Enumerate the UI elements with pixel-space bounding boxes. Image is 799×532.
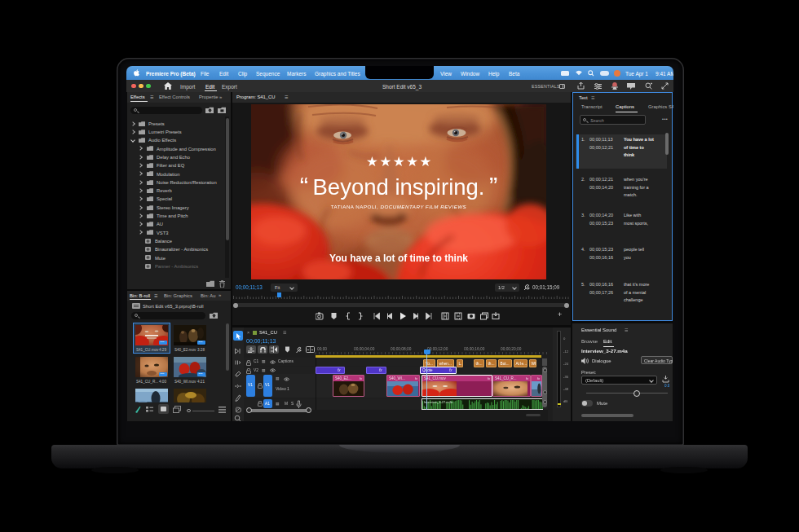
svg-text:★★★★★: ★★★★★ xyxy=(366,154,433,169)
svg-text:“ Beyond inspiring. ”: “ Beyond inspiring. ” xyxy=(300,173,498,201)
svg-text:TATIANA NAPOLI, DOCUMENTARY FI: TATIANA NAPOLI, DOCUMENTARY FILM REVIEWS xyxy=(331,204,467,209)
svg-text:You have a lot of time to thin: You have a lot of time to think xyxy=(329,253,468,264)
